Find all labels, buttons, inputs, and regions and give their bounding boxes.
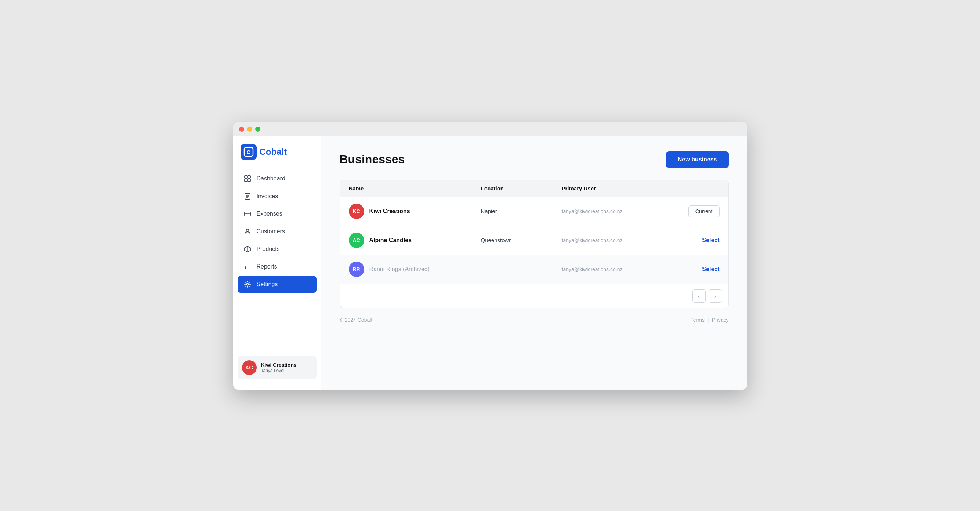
logo-area: C Cobalt (233, 144, 321, 170)
header-action (665, 185, 720, 192)
business-avatar: RR (349, 262, 364, 277)
sidebar-item-reports[interactable]: Reports (237, 258, 317, 275)
app-layout: C Cobalt (233, 136, 747, 390)
action-cell: Select (665, 266, 720, 273)
businesses-table: Name Location Primary User KC Kiwi Creat… (340, 180, 729, 308)
business-name: Ranui Rings (Archived) (369, 266, 430, 273)
sidebar-item-label: Products (257, 246, 280, 252)
footer-links: Terms | Privacy (690, 317, 729, 323)
user-info: Kiwi Creations Tanya Lovell (261, 362, 297, 373)
sidebar-item-label: Invoices (257, 193, 278, 200)
business-cell: RR Ranui Rings (Archived) (349, 262, 481, 277)
select-button[interactable]: Select (702, 266, 719, 273)
header-location: Location (481, 185, 562, 192)
logo: C Cobalt (240, 144, 313, 160)
prev-page-button[interactable]: ‹ (692, 289, 706, 303)
nav-menu: Dashboard Invoices (233, 170, 321, 350)
email-cell: tanya@kiwicreations.co.nz (562, 266, 665, 272)
close-button[interactable] (239, 127, 244, 132)
customers-icon (243, 227, 251, 235)
products-icon (243, 245, 251, 253)
app-window: C Cobalt (233, 122, 747, 390)
svg-rect-10 (245, 212, 250, 216)
sidebar-item-label: Settings (257, 281, 278, 287)
action-cell: Current (665, 205, 720, 217)
sidebar-item-label: Customers (257, 228, 285, 235)
location-cell: Queenstown (481, 237, 562, 243)
avatar: KC (242, 360, 257, 375)
sidebar: C Cobalt (233, 136, 321, 390)
sidebar-item-expenses[interactable]: Expenses (237, 205, 317, 222)
sidebar-item-label: Dashboard (257, 175, 285, 182)
terms-link[interactable]: Terms (690, 317, 705, 323)
page-title: Businesses (340, 152, 405, 166)
reports-icon (243, 263, 251, 271)
svg-point-13 (246, 229, 248, 232)
table-row: AC Alpine Candles Queenstown tanya@kiwic… (340, 226, 729, 255)
svg-rect-5 (248, 179, 250, 182)
expenses-icon (243, 210, 251, 218)
titlebar (233, 122, 747, 136)
sidebar-item-products[interactable]: Products (237, 241, 317, 257)
table-header: Name Location Primary User (340, 180, 729, 197)
pagination: ‹ › (340, 284, 729, 308)
header-name: Name (349, 185, 481, 192)
action-cell: Select (665, 237, 720, 244)
next-page-button[interactable]: › (709, 289, 722, 303)
user-subtitle: Tanya Lovell (261, 368, 297, 373)
copyright: © 2024 Cobalt (340, 317, 373, 323)
minimize-button[interactable] (247, 127, 252, 132)
sidebar-item-settings[interactable]: Settings (237, 276, 317, 293)
logo-text: Cobalt (259, 147, 287, 157)
sidebar-footer: KC Kiwi Creations Tanya Lovell (233, 350, 321, 382)
email-cell: tanya@kiwicreations.co.nz (562, 208, 665, 214)
svg-point-19 (247, 283, 248, 285)
svg-rect-4 (245, 179, 247, 182)
dashboard-icon (243, 175, 251, 182)
svg-rect-2 (245, 176, 247, 178)
main-content: Businesses New business Name Location Pr… (321, 136, 747, 390)
table-row: KC Kiwi Creations Napier tanya@kiwicreat… (340, 197, 729, 226)
business-name: Alpine Candles (369, 237, 412, 244)
new-business-button[interactable]: New business (666, 151, 729, 168)
current-button[interactable]: Current (689, 205, 720, 217)
settings-icon (243, 280, 251, 288)
sidebar-item-label: Reports (257, 263, 277, 270)
business-name: Kiwi Creations (369, 208, 410, 214)
footer: © 2024 Cobalt Terms | Privacy (340, 308, 729, 323)
user-name: Kiwi Creations (261, 362, 297, 368)
sidebar-item-invoices[interactable]: Invoices (237, 188, 317, 205)
svg-text:C: C (247, 149, 250, 155)
business-cell: KC Kiwi Creations (349, 203, 481, 219)
header-primary-user: Primary User (562, 185, 665, 192)
table-row: RR Ranui Rings (Archived) tanya@kiwicrea… (340, 255, 729, 284)
maximize-button[interactable] (255, 127, 260, 132)
business-cell: AC Alpine Candles (349, 233, 481, 248)
sidebar-item-customers[interactable]: Customers (237, 223, 317, 240)
select-button[interactable]: Select (702, 237, 719, 244)
page-header: Businesses New business (340, 151, 729, 168)
business-avatar: AC (349, 233, 364, 248)
privacy-link[interactable]: Privacy (712, 317, 729, 323)
svg-rect-3 (248, 176, 250, 178)
business-avatar: KC (349, 203, 364, 219)
invoices-icon (243, 192, 251, 200)
user-card: KC Kiwi Creations Tanya Lovell (237, 356, 317, 379)
location-cell: Napier (481, 208, 562, 214)
sidebar-item-label: Expenses (257, 211, 282, 217)
sidebar-item-dashboard[interactable]: Dashboard (237, 170, 317, 187)
logo-icon: C (240, 144, 257, 160)
email-cell: tanya@kiwicreations.co.nz (562, 237, 665, 243)
footer-separator: | (708, 317, 709, 323)
